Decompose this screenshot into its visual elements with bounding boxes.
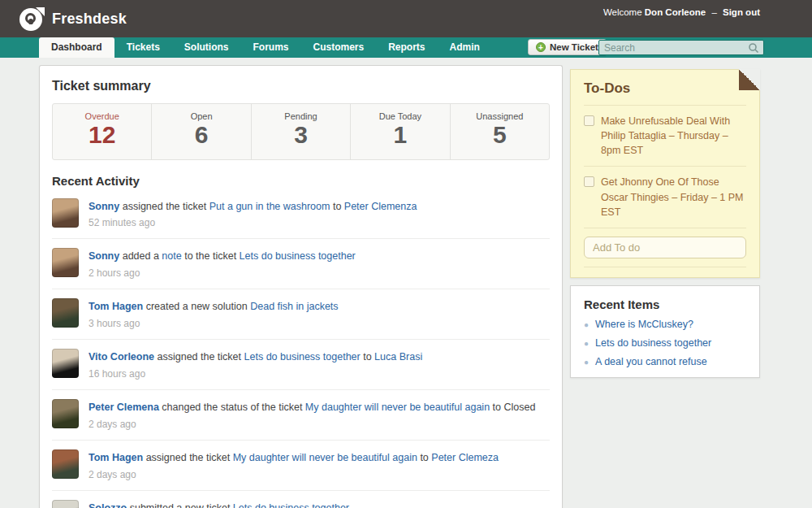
add-todo-input[interactable] — [584, 237, 746, 258]
todo-item: Make Unrefusable Deal With Philip Tattag… — [584, 114, 746, 158]
activity-ticket-link[interactable]: Luca Brasi — [374, 351, 422, 363]
avatar — [52, 399, 79, 428]
stat-pending[interactable]: Pending3 — [251, 104, 350, 159]
new-ticket-label: New Ticket — [550, 42, 598, 52]
activity-actor-link[interactable]: Vito Corleone — [89, 351, 154, 363]
activity-plain-text: added a — [123, 250, 159, 262]
recent-activity-list: Sonny assigned the ticket Put a gun in t… — [52, 189, 550, 508]
activity-body: Tom Hagen created a new solution Dead fi… — [89, 298, 339, 329]
activity-actor-link[interactable]: Sonny — [89, 250, 119, 262]
activity-ticket-link[interactable]: Peter Clemenza — [344, 201, 417, 212]
activity-row: Sonny assigned the ticket Put a gun in t… — [52, 189, 550, 240]
recent-item-link[interactable]: A deal you cannot refuse — [595, 356, 707, 367]
activity-ticket-link[interactable]: Dead fish in jackets — [250, 301, 338, 312]
activity-ticket-link[interactable]: note — [162, 250, 181, 262]
recent-item: ●A deal you cannot refuse — [584, 356, 746, 367]
tab-customers[interactable]: Customers — [301, 37, 377, 58]
bullet-icon: ● — [584, 320, 589, 329]
new-ticket-button[interactable]: + New Ticket — [528, 39, 607, 55]
stat-due-today[interactable]: Due Today1 — [350, 104, 449, 159]
activity-ticket-link[interactable]: Peter Clemeza — [431, 452, 499, 463]
welcome-label: Welcome — [603, 7, 642, 17]
activity-text-line: Sonny assigned the ticket Put a gun in t… — [89, 198, 417, 214]
stat-value: 6 — [152, 121, 250, 150]
activity-actor-link[interactable]: Peter Clemena — [89, 402, 159, 413]
activity-plain-text: assigned the ticket — [123, 201, 207, 212]
todo-label: Get Jhonny One Of Those Oscar Thingies –… — [601, 175, 746, 219]
activity-timestamp: 3 hours ago — [89, 318, 339, 329]
activity-plain-text: to the ticket — [184, 250, 236, 262]
avatar — [52, 349, 79, 378]
search-box — [598, 40, 764, 55]
sidebar: To-Dos Make Unrefusable Deal With Philip… — [570, 69, 760, 378]
stat-overdue[interactable]: Overdue12 — [53, 104, 151, 159]
todos-title: To-Dos — [584, 80, 746, 97]
tab-admin[interactable]: Admin — [438, 37, 492, 58]
tab-reports[interactable]: Reports — [376, 37, 437, 58]
activity-row: Vito Corleone assigned the ticket Lets d… — [52, 340, 550, 390]
activity-text-line: Sonny added a note to the ticket Lets do… — [89, 248, 356, 263]
tab-forums[interactable]: Forums — [241, 37, 301, 58]
tab-dashboard[interactable]: Dashboard — [39, 37, 114, 58]
activity-ticket-link[interactable]: My daughter will never be beautiful agai… — [233, 452, 417, 463]
stat-value: 1 — [351, 121, 449, 150]
activity-body: Solozzo submitted a new ticket Lets do b… — [89, 500, 349, 508]
stat-label: Overdue — [53, 111, 151, 121]
activity-timestamp: 2 days ago — [89, 469, 499, 480]
todo-label: Make Unrefusable Deal With Philip Tattag… — [601, 114, 746, 158]
activity-ticket-link[interactable]: My daughter will never be beautiful agai… — [305, 402, 490, 413]
stat-unassigned[interactable]: Unassigned5 — [450, 104, 549, 159]
activity-ticket-link[interactable]: Lets do business together — [240, 250, 356, 262]
activity-text-line: Vito Corleone assigned the ticket Lets d… — [89, 349, 422, 364]
bullet-icon: ● — [584, 339, 589, 348]
recent-items-title: Recent Items — [584, 297, 746, 311]
activity-timestamp: 52 minutes ago — [89, 217, 417, 228]
sign-out-link[interactable]: Sign out — [723, 7, 760, 17]
activity-plain-text: to — [333, 201, 341, 212]
activity-row: Peter Clemena changed the status of the … — [52, 390, 550, 441]
avatar — [52, 198, 79, 228]
ticket-summary-title: Ticket summary — [52, 79, 550, 93]
activity-body: Sonny added a note to the ticket Lets do… — [89, 248, 356, 279]
tab-solutions[interactable]: Solutions — [172, 37, 241, 58]
activity-plain-text: to Closed — [493, 402, 536, 413]
stat-open[interactable]: Open6 — [151, 104, 250, 159]
ticket-summary-stats: Overdue12Open6Pending3Due Today1Unassign… — [52, 103, 550, 160]
activity-ticket-link[interactable]: Lets do business together — [244, 351, 361, 363]
activity-ticket-link[interactable]: Put a gun in the washroom — [209, 201, 330, 212]
recent-item-link[interactable]: Where is McCluskey? — [595, 319, 693, 330]
nav-bar: DashboardTicketsSolutionsForumsCustomers… — [0, 37, 812, 58]
plus-icon: + — [536, 42, 546, 52]
bullet-icon: ● — [584, 358, 589, 367]
brand-title: Freshdesk — [52, 11, 127, 28]
search-icon[interactable] — [747, 41, 760, 54]
activity-ticket-link[interactable]: Lets do business together — [233, 502, 349, 508]
recent-item-link[interactable]: Lets do business together — [595, 337, 711, 349]
activity-plain-text: submitted a new ticket — [130, 502, 231, 508]
welcome-bar: Welcome Don Corleone – Sign out — [603, 7, 760, 17]
activity-plain-text: changed the status of the ticket — [162, 402, 302, 413]
activity-body: Vito Corleone assigned the ticket Lets d… — [89, 349, 422, 380]
divider — [584, 166, 746, 167]
activity-actor-link[interactable]: Solozzo — [89, 502, 127, 508]
activity-actor-link[interactable]: Tom Hagen — [89, 452, 143, 463]
divider — [584, 105, 746, 106]
avatar — [52, 298, 79, 328]
activity-actor-link[interactable]: Sonny — [89, 201, 119, 212]
activity-actor-link[interactable]: Tom Hagen — [89, 301, 143, 312]
activity-row: Tom Hagen created a new solution Dead fi… — [52, 289, 550, 340]
avatar — [52, 449, 79, 479]
activity-plain-text: assigned the ticket — [158, 351, 242, 363]
activity-timestamp: 16 hours ago — [89, 368, 422, 380]
search-input[interactable] — [599, 41, 747, 54]
tab-tickets[interactable]: Tickets — [114, 37, 172, 58]
freshdesk-dashboard-page: Freshdesk Welcome Don Corleone – Sign ou… — [0, 0, 812, 508]
stat-label: Unassigned — [451, 111, 549, 121]
activity-text-line: Solozzo submitted a new ticket Lets do b… — [89, 500, 349, 508]
nav-tabs: DashboardTicketsSolutionsForumsCustomers… — [39, 37, 492, 58]
todos-panel: To-Dos Make Unrefusable Deal With Philip… — [570, 69, 760, 278]
todo-checkbox[interactable] — [584, 176, 594, 187]
recent-activity-title: Recent Activity — [52, 174, 550, 188]
stat-value: 5 — [451, 121, 549, 150]
todo-checkbox[interactable] — [584, 115, 594, 126]
